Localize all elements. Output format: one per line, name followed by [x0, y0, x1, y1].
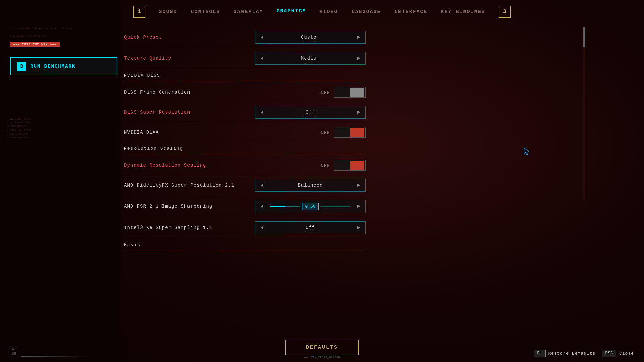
quick-preset-right-arrow[interactable]: [352, 31, 365, 43]
basic-section-title: Basic: [124, 242, 366, 247]
amd-fidelityfx-row: AMD FidelityFX Super Resolution 2.1 Bala…: [124, 175, 366, 196]
texture-right-arrow[interactable]: [352, 52, 365, 64]
toggle-thumb: [350, 161, 364, 170]
dynamic-res-scaling-row: Dynamic Resolution Scaling OFF: [124, 156, 366, 175]
slider-track: [270, 206, 300, 207]
dynamic-res-status: OFF: [321, 163, 330, 168]
right-arrow-icon: [357, 36, 360, 39]
texture-quality-value: Medium: [269, 56, 352, 61]
dlss-super-res-selector[interactable]: Off: [255, 106, 366, 119]
left-sidebar: — THIS SIGNAL CHANGE THE GAME. THE SIGNA…: [10, 27, 117, 75]
dlss-frame-gen-row: DLSS Frame Generation OFF: [124, 83, 366, 102]
quick-preset-value: Custom: [269, 35, 352, 40]
intel-xe-value: Off: [269, 225, 352, 230]
nvidia-dlaa-status: OFF: [321, 130, 330, 135]
intel-xe-row: Intel® Xe Super Sampling 1.1 Off: [124, 217, 366, 238]
amd-fsr-sharpening-row: AMD FSR 2.1 Image Sharpening 0.50: [124, 196, 366, 217]
intel-xe-selector[interactable]: Off: [255, 221, 366, 234]
texture-left-arrow[interactable]: [255, 52, 269, 64]
amd-fidelityfx-selector[interactable]: Balanced: [255, 179, 366, 192]
nvidia-dlaa-toggle[interactable]: [334, 127, 366, 138]
nav-item-keybindings[interactable]: KEY BINDINGS: [441, 9, 485, 15]
dlss-super-res-value: Off: [269, 110, 352, 115]
left-arrow-icon: [261, 205, 263, 208]
benchmark-key: B: [17, 62, 26, 71]
amd-fidelityfx-label: AMD FidelityFX Super Resolution 2.1: [124, 183, 234, 188]
nav-item-controls[interactable]: CONTROLS: [191, 9, 220, 15]
nav-badge-right: 3: [499, 6, 511, 18]
selector-line: [305, 117, 315, 117]
slider-track-right: [320, 206, 350, 207]
quick-preset-label: Quick Preset: [124, 35, 162, 40]
left-arrow-icon: [261, 36, 263, 39]
amd-fsr-sharpening-label: AMD FSR 2.1 Image Sharpening: [124, 204, 212, 209]
texture-quality-selector[interactable]: Medium: [255, 52, 366, 65]
nav-item-sound[interactable]: SOUND: [159, 9, 177, 15]
run-benchmark-button[interactable]: B RUN BENCHMARK: [10, 57, 117, 75]
main-content: Quick Preset Custom Texture Quality Medi…: [124, 27, 584, 335]
dlss-super-res-right-arrow[interactable]: [352, 106, 365, 118]
dynamic-res-scaling-label: Dynamic Resolution Scaling: [124, 163, 206, 168]
benchmark-label: RUN BENCHMARK: [30, 64, 75, 69]
top-nav: 1 SOUND CONTROLS GAMEPLAY GRAPHICS VIDEO…: [0, 0, 644, 23]
restore-key-badge: F1: [534, 350, 545, 357]
dlss-super-res-left-arrow[interactable]: [255, 106, 269, 118]
restore-defaults-action[interactable]: F1 Restore Defaults: [534, 350, 595, 357]
quick-preset-left-arrow[interactable]: [255, 31, 269, 43]
left-arrow-icon: [261, 57, 263, 60]
sharpening-right-arrow[interactable]: [352, 200, 365, 213]
nav-item-language[interactable]: LANGUAGE: [352, 9, 381, 15]
nav-badge-left: 1: [133, 6, 145, 18]
selector-line: [305, 63, 315, 63]
amd-fidelityfx-right-arrow[interactable]: [352, 179, 365, 191]
sharpening-left-arrow[interactable]: [255, 200, 269, 213]
right-arrow-icon: [357, 184, 360, 187]
intel-xe-left-arrow[interactable]: [255, 222, 269, 234]
amd-fidelityfx-left-arrow[interactable]: [255, 179, 269, 191]
selector-line: [305, 42, 315, 42]
hud-text: — THIS SIGNAL CHANGE THE GAME. THE SIGNA…: [10, 27, 117, 31]
defaults-button[interactable]: DEFAULTS: [285, 340, 359, 355]
amd-fsr-sharpening-slider[interactable]: 0.50: [255, 200, 366, 213]
resolution-scaling-title: Resolution Scaling: [124, 146, 366, 151]
nvidia-dlaa-toggle-container: OFF: [321, 127, 366, 138]
right-arrow-icon: [357, 205, 360, 208]
settings-container: Quick Preset Custom Texture Quality Medi…: [124, 27, 366, 250]
resolution-scaling-section-header: Resolution Scaling: [124, 142, 366, 154]
bottom-right-controls: F1 Restore Defaults ESC Close: [534, 350, 634, 357]
sharpening-value: 0.50: [302, 203, 318, 210]
toggle-thumb: [350, 88, 364, 97]
dynamic-res-toggle[interactable]: [334, 160, 366, 171]
dlss-frame-gen-toggle[interactable]: [334, 87, 366, 98]
close-action[interactable]: ESC Close: [602, 350, 634, 357]
texture-quality-row: Texture Quality Medium: [124, 48, 366, 69]
intel-xe-label: Intel® Xe Super Sampling 1.1: [124, 225, 212, 230]
texture-quality-label: Texture Quality: [124, 56, 171, 61]
nav-item-gameplay[interactable]: GAMEPLAY: [233, 9, 263, 15]
nav-item-interface[interactable]: INTERFACE: [394, 9, 428, 15]
cursor-icon: [523, 147, 530, 156]
version-badge-bottom: V 85: [10, 347, 18, 357]
selector-line: [305, 232, 315, 232]
intel-xe-right-arrow[interactable]: [352, 222, 365, 234]
nvidia-dlss-section-header: NVIDIA DLSS: [124, 69, 366, 81]
nvidia-dlss-title: NVIDIA DLSS: [124, 73, 366, 78]
basic-section-header: Basic: [124, 238, 366, 250]
nav-item-video[interactable]: VIDEO: [319, 9, 338, 15]
version-badge: ——— THIS THE WAY ———: [10, 42, 60, 47]
quick-preset-row: Quick Preset Custom: [124, 27, 366, 48]
amd-fidelityfx-value: Balanced: [269, 183, 352, 188]
bottom-center-tag: —— TRN_TLCAS_800D98: [304, 356, 340, 359]
nav-item-graphics[interactable]: GRAPHICS: [276, 8, 306, 15]
dlss-frame-gen-label: DLSS Frame Generation: [124, 89, 190, 95]
left-arrow-icon: [261, 184, 263, 187]
left-deco-text: ▸ SYS.CORE ACTIVE ▸ NET.LINK STABLE ▸ CP…: [7, 117, 32, 140]
right-arrow-icon: [357, 226, 360, 229]
quick-preset-selector[interactable]: Custom: [255, 31, 366, 44]
close-label: Close: [619, 351, 634, 356]
bottom-bar-line: [21, 356, 89, 357]
close-key-badge: ESC: [602, 350, 616, 357]
dlss-super-res-label: DLSS Super Resolution: [124, 110, 190, 115]
bottom-left-info: V 85: [10, 347, 89, 357]
dlss-frame-gen-toggle-container: OFF: [321, 87, 366, 98]
